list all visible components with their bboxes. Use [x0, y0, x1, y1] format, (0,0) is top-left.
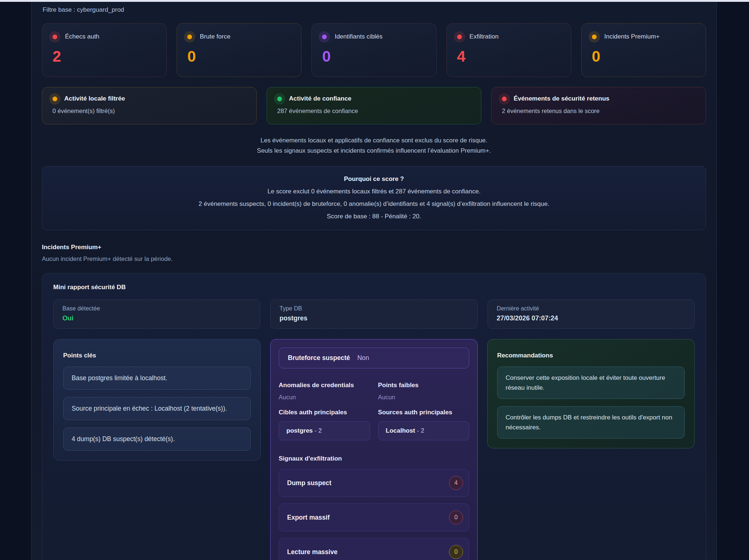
- exclusion-note-line2: Seuls les signaux suspects et incidents …: [42, 146, 706, 156]
- exfiltration-signals-title: Signaux d'exfiltration: [279, 455, 469, 462]
- auth-target-count: - 2: [315, 427, 322, 434]
- summary-card-evenements-retenus: Événements de sécurité retenus 2 événeme…: [491, 87, 706, 124]
- count-badge: 0: [449, 510, 463, 524]
- amber-status-dot-icon: [187, 34, 192, 39]
- summary-subtitle: 0 événement(s) filtré(s): [53, 108, 246, 114]
- stat-label: Incidents Premium+: [604, 33, 660, 40]
- exclusion-note: Les événements locaux et applicatifs de …: [42, 135, 706, 156]
- credentials-anomalies-block: Anomalies de credentials Aucun: [279, 382, 370, 401]
- summary-cards-row: Activité locale filtrée 0 événement(s) f…: [42, 87, 706, 124]
- exfil-label: Lecture massive: [287, 548, 337, 556]
- stat-value: 0: [187, 48, 291, 65]
- stat-value: 4: [457, 48, 561, 65]
- auth-sources-pill: Localhost - 2: [378, 421, 470, 440]
- summary-card-activite-locale: Activité locale filtrée 0 événement(s) f…: [42, 87, 257, 124]
- stat-card-identifiants-cibles: Identifiants ciblés 0: [311, 23, 436, 77]
- summary-title: Activité locale filtrée: [64, 95, 125, 102]
- dashboard-panel: Filtre base : cyberguard_prod Échecs aut…: [31, 2, 717, 560]
- exfil-label: Dump suspect: [287, 479, 332, 487]
- stat-value: 0: [592, 48, 695, 65]
- stat-label: Identifiants ciblés: [334, 33, 382, 40]
- auth-source-name: Localhost: [386, 427, 415, 434]
- summary-title: Activité de confiance: [289, 95, 351, 102]
- count-badge: 4: [449, 476, 463, 490]
- key-point-item: Base postgres limitée à localhost.: [63, 367, 251, 390]
- base-filter-label: Filtre base : cyberguard_prod: [43, 6, 706, 14]
- weak-points-value: Aucun: [378, 394, 470, 401]
- info-box-derniere-activite: Dernière activité 27/03/2026 07:07:24: [488, 299, 695, 329]
- db-report-card: Mini rapport sécurité DB Base détectée O…: [42, 273, 706, 560]
- purple-status-dot-icon: [322, 34, 327, 39]
- auth-target-name: postgres: [286, 427, 313, 434]
- count-badge: 0: [449, 545, 463, 559]
- db-report-title: Mini rapport sécurité DB: [53, 284, 695, 291]
- green-status-dot-icon: [277, 97, 282, 101]
- info-value: postgres: [279, 314, 468, 322]
- stat-label: Exfiltration: [470, 33, 499, 40]
- red-status-dot-icon: [53, 34, 57, 39]
- auth-targets-pill: postgres - 2: [279, 421, 370, 440]
- info-value: Oui: [62, 314, 251, 322]
- info-label: Dernière activité: [497, 305, 685, 312]
- auth-targets-label: Cibles auth principales: [279, 409, 370, 416]
- key-points-panel: Points clés Base postgres limitée à loca…: [53, 339, 261, 461]
- recommendation-item: Contrôler les dumps DB et restreindre le…: [497, 406, 685, 439]
- key-points-title: Points clés: [63, 352, 251, 359]
- info-label: Base détectée: [62, 305, 251, 312]
- red-status-dot-icon: [457, 34, 462, 39]
- incidents-empty-message: Aucun incident Premium+ détecté sur la p…: [42, 255, 706, 262]
- recommendation-item: Conserver cette exposition locale et évi…: [497, 367, 685, 399]
- stat-cards-row: Échecs auth 2 Brute force 0 Identifiants…: [42, 23, 706, 77]
- summary-subtitle: 287 événements de confiance: [277, 108, 471, 114]
- summary-subtitle: 2 événements retenus dans le score: [502, 108, 695, 114]
- incidents-section-title: Incidents Premium+: [42, 244, 706, 251]
- recommendations-panel: Recommandations Conserver cette expositi…: [487, 339, 695, 448]
- score-box-line1: Le score exclut 0 événements locaux filt…: [53, 188, 695, 195]
- info-box-type-db: Type DB postgres: [270, 299, 477, 329]
- stat-value: 2: [53, 48, 156, 65]
- stat-card-incidents-premium: Incidents Premium+ 0: [581, 23, 706, 77]
- exclusion-note-line1: Les événements locaux et applicatifs de …: [42, 135, 706, 146]
- amber-status-dot-icon: [592, 34, 597, 39]
- auth-sources-block: Sources auth principales Localhost - 2: [378, 409, 470, 440]
- auth-targets-block: Cibles auth principales postgres - 2: [279, 409, 370, 440]
- stat-label: Brute force: [200, 33, 230, 40]
- db-report-columns: Points clés Base postgres limitée à loca…: [53, 339, 695, 560]
- credentials-anomalies-label: Anomalies de credentials: [279, 382, 370, 389]
- bruteforce-label: Bruteforce suspecté: [288, 354, 350, 362]
- bruteforce-status-pill: Bruteforce suspecté Non: [279, 348, 469, 368]
- score-box-line3: Score de base : 88 - Pénalité : 20.: [53, 212, 695, 220]
- db-info-row: Base détectée Oui Type DB postgres Derni…: [53, 299, 695, 329]
- summary-card-activite-confiance: Activité de confiance 287 événements de …: [267, 87, 481, 124]
- weak-points-block: Points faibles Aucun: [378, 382, 470, 401]
- summary-title: Événements de sécurité retenus: [514, 95, 609, 102]
- info-label: Type DB: [279, 305, 468, 312]
- stat-card-exfiltration: Exfiltration 4: [446, 23, 571, 77]
- info-value: 27/03/2026 07:07:24: [497, 314, 685, 322]
- weak-points-label: Points faibles: [378, 382, 470, 389]
- amber-status-dot-icon: [53, 97, 57, 101]
- exfil-row-export-massif: Export massif 0: [279, 503, 469, 531]
- info-box-base-detectee: Base détectée Oui: [53, 299, 260, 329]
- stat-value: 0: [322, 48, 426, 65]
- recommendations-title: Recommandations: [497, 352, 685, 359]
- auth-source-count: - 2: [417, 427, 424, 434]
- exfil-row-dump-suspect: Dump suspect 4: [279, 469, 469, 497]
- threats-grid: Anomalies de credentials Aucun Points fa…: [279, 382, 469, 440]
- red-status-dot-icon: [502, 97, 507, 101]
- exfil-label: Export massif: [287, 514, 330, 521]
- stat-card-brute-force: Brute force 0: [177, 23, 301, 77]
- stat-label: Échecs auth: [65, 33, 99, 40]
- credentials-anomalies-value: Aucun: [279, 394, 370, 401]
- bruteforce-value: Non: [357, 354, 369, 362]
- stat-card-echecs-auth: Échecs auth 2: [42, 23, 167, 77]
- auth-sources-label: Sources auth principales: [378, 409, 470, 416]
- key-point-item: Source principale en échec : Localhost (…: [63, 397, 251, 420]
- exfil-row-lecture-massive: Lecture massive 0: [279, 538, 469, 560]
- key-point-item: 4 dump(s) DB suspect(s) détecté(s).: [63, 428, 251, 451]
- threats-panel: Bruteforce suspecté Non Anomalies de cre…: [270, 339, 478, 560]
- score-box-line2: 2 événements suspects, 0 incident(s) de …: [53, 200, 695, 208]
- score-explanation-box: Pourquoi ce score ? Le score exclut 0 év…: [42, 166, 706, 230]
- score-box-title: Pourquoi ce score ?: [53, 175, 695, 183]
